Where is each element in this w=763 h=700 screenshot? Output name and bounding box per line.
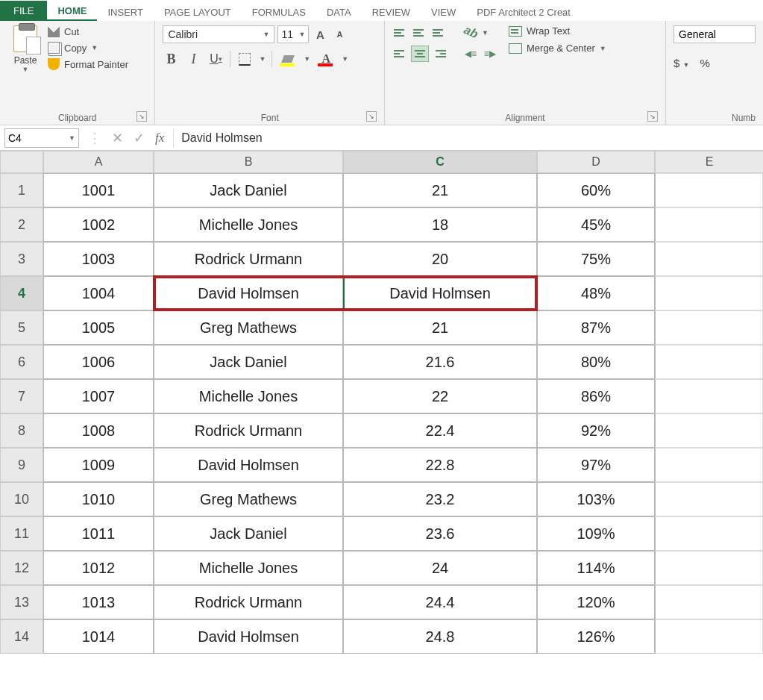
cell-E1[interactable]: [655, 173, 763, 207]
cell-E9[interactable]: [655, 448, 763, 482]
cell-A13[interactable]: 1013: [43, 585, 154, 619]
cell-B6[interactable]: Jack Daniel: [154, 345, 343, 379]
cell-B13[interactable]: Rodrick Urmann: [154, 585, 343, 619]
cell-E3[interactable]: [655, 242, 763, 276]
row-header[interactable]: 5: [0, 310, 43, 345]
cell-D6[interactable]: 80%: [537, 345, 655, 379]
row-header[interactable]: 1: [0, 173, 43, 207]
cell-C3[interactable]: 20: [343, 242, 537, 276]
chevron-down-icon[interactable]: ▼: [259, 55, 266, 63]
row-header[interactable]: 14: [0, 619, 43, 654]
wrap-text-button[interactable]: Wrap Text: [509, 25, 606, 37]
cell-C13[interactable]: 24.4: [343, 585, 537, 619]
cell-D7[interactable]: 86%: [537, 379, 655, 413]
chevron-down-icon[interactable]: ▼: [482, 29, 489, 37]
percent-button[interactable]: %: [700, 57, 709, 69]
cell-E14[interactable]: [655, 619, 763, 654]
cell-A14[interactable]: 1014: [43, 619, 154, 654]
italic-button[interactable]: I: [185, 51, 201, 67]
increase-indent-button[interactable]: ≡▶: [482, 46, 498, 61]
cell-A4[interactable]: 1004: [43, 276, 154, 310]
dialog-launcher-icon[interactable]: ↘: [366, 111, 377, 122]
cell-C6[interactable]: 21.6: [343, 345, 537, 379]
currency-button[interactable]: $ ▼: [673, 57, 689, 69]
cell-B3[interactable]: Rodrick Urmann: [154, 242, 343, 276]
cell-D11[interactable]: 109%: [537, 516, 655, 551]
cell-A9[interactable]: 1009: [43, 448, 154, 482]
cell-B4[interactable]: David Holmsen: [154, 276, 343, 310]
cell-A10[interactable]: 1010: [43, 482, 154, 516]
cell-E10[interactable]: [655, 482, 763, 516]
cell-C12[interactable]: 24: [343, 551, 537, 585]
cell-C9[interactable]: 22.8: [343, 448, 537, 482]
merge-center-button[interactable]: Merge & Center ▼: [509, 43, 606, 54]
cell-B8[interactable]: Rodrick Urmann: [154, 413, 343, 448]
chevron-down-icon[interactable]: ▼: [342, 55, 348, 63]
underline-button[interactable]: U▾: [207, 51, 224, 67]
cell-A11[interactable]: 1011: [43, 516, 154, 551]
tab-pdf-architect[interactable]: PDF Architect 2 Creat: [466, 2, 581, 21]
tab-data[interactable]: DATA: [316, 2, 362, 21]
cell-E12[interactable]: [655, 551, 763, 585]
row-header[interactable]: 10: [0, 482, 43, 516]
col-header-D[interactable]: D: [537, 151, 655, 173]
cell-E7[interactable]: [655, 379, 763, 413]
align-left-button[interactable]: [392, 46, 409, 61]
cell-C11[interactable]: 23.6: [343, 516, 537, 551]
cell-C10[interactable]: 23.2: [343, 482, 537, 516]
orientation-button[interactable]: ab: [460, 22, 481, 43]
cell-E4[interactable]: [655, 276, 763, 310]
cell-E2[interactable]: [655, 207, 763, 242]
cell-A6[interactable]: 1006: [43, 345, 154, 379]
tab-home[interactable]: HOME: [47, 1, 97, 21]
fx-icon[interactable]: fx: [155, 131, 164, 146]
cell-A2[interactable]: 1002: [43, 207, 154, 242]
cell-C7[interactable]: 22: [343, 379, 537, 413]
row-header[interactable]: 11: [0, 516, 43, 551]
row-header[interactable]: 12: [0, 551, 43, 585]
shrink-font-button[interactable]: A: [331, 26, 348, 43]
cell-B7[interactable]: Michelle Jones: [154, 379, 343, 413]
cell-D8[interactable]: 92%: [537, 413, 655, 448]
font-name-select[interactable]: Calibri ▼: [163, 25, 274, 43]
cell-E11[interactable]: [655, 516, 763, 551]
cell-A8[interactable]: 1008: [43, 413, 154, 448]
font-size-select[interactable]: 11 ▼: [277, 25, 309, 43]
cell-A1[interactable]: 1001: [43, 173, 154, 207]
cell-C2[interactable]: 18: [343, 207, 537, 242]
cell-D2[interactable]: 45%: [537, 207, 655, 242]
name-box[interactable]: C4 ▼: [4, 128, 79, 148]
row-header[interactable]: 13: [0, 585, 43, 619]
fill-color-button[interactable]: [278, 51, 298, 67]
tab-insert[interactable]: INSERT: [97, 2, 153, 21]
cell-B1[interactable]: Jack Daniel: [154, 173, 343, 207]
cell-D10[interactable]: 103%: [537, 482, 655, 516]
cell-C5[interactable]: 21: [343, 310, 537, 345]
align-center-button[interactable]: [412, 46, 428, 61]
tab-view[interactable]: VIEW: [421, 2, 466, 21]
tab-page-layout[interactable]: PAGE LAYOUT: [154, 2, 242, 21]
cell-A12[interactable]: 1012: [43, 551, 154, 585]
dialog-launcher-icon[interactable]: ↘: [647, 111, 658, 122]
chevron-down-icon[interactable]: ▼: [304, 55, 310, 63]
cell-D1[interactable]: 60%: [537, 173, 655, 207]
cell-A3[interactable]: 1003: [43, 242, 154, 276]
cancel-icon[interactable]: ✕: [112, 130, 123, 146]
formula-input[interactable]: David Holmsen: [174, 131, 763, 145]
row-header[interactable]: 8: [0, 413, 43, 448]
cell-A5[interactable]: 1005: [43, 310, 154, 345]
borders-button[interactable]: [236, 51, 253, 67]
cell-D14[interactable]: 126%: [537, 619, 655, 654]
cell-C4[interactable]: David Holmsen: [343, 276, 537, 310]
col-header-A[interactable]: A: [43, 151, 154, 173]
cell-A7[interactable]: 1007: [43, 379, 154, 413]
copy-button[interactable]: Copy ▼: [48, 42, 128, 54]
cell-E13[interactable]: [655, 585, 763, 619]
select-all-corner[interactable]: [0, 151, 43, 173]
grow-font-button[interactable]: A: [312, 26, 328, 43]
worksheet-grid[interactable]: A B C D E 1 1001 Jack Daniel 21 60% 2 10…: [0, 151, 763, 654]
cell-B14[interactable]: David Holmsen: [154, 619, 343, 654]
tab-formulas[interactable]: FORMULAS: [242, 2, 316, 21]
col-header-E[interactable]: E: [655, 151, 763, 173]
enter-icon[interactable]: ✓: [134, 130, 145, 146]
